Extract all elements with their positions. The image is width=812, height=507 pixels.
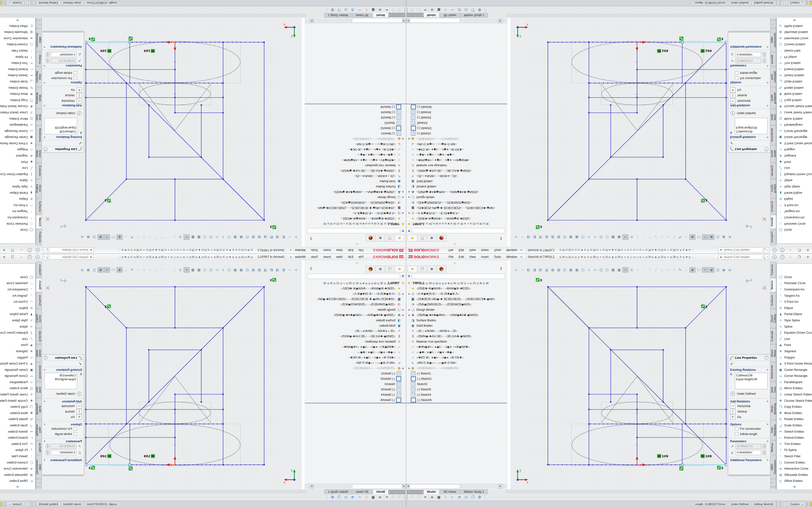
command-tab[interactable]: Surfaces (36, 199, 42, 214)
toolbar-icon[interactable]: Э (222, 249, 225, 251)
toolbar-icon[interactable]: ◎ (250, 256, 253, 258)
toolbar-drag-handle[interactable] (404, 495, 405, 499)
close-button[interactable]: ✕ (805, 248, 811, 252)
relation-item[interactable]: Collinear108 (736, 374, 766, 377)
tool-menu-item[interactable]: ◝ Centerpoint Arc (0, 214, 35, 221)
bottom-toolbar-icon[interactable]: ⇅ (443, 8, 448, 12)
tool-menu-item[interactable]: ↻ Rotate Entities (0, 85, 35, 91)
tree-item[interactable]: ▱ ○✚ИN◉Ж+○ ∗◉I○ ◦ ○I◉∗ ○+Ж◉NИ✚○ (305, 344, 406, 350)
panel-scrollbar[interactable]: ◀ ▶ (406, 484, 507, 489)
tag-icon[interactable] (0, 502, 3, 506)
section-options[interactable]: Options∧ (44, 81, 82, 84)
command-tab[interactable]: Evaluate (36, 328, 42, 344)
tree-item[interactable]: ▶ ◷ ○Λ Ж◉✚25◦Є○ ◦ ○Є◦25✚◉Ж Λ○ (305, 211, 406, 216)
toolbar-icon[interactable]: ЗЕ (136, 256, 140, 258)
toolbar-icon[interactable]: ○ (636, 256, 639, 258)
toolbar-icon[interactable]: ◎ (152, 256, 155, 258)
panel-expand-icon[interactable]: ❯ (310, 267, 312, 270)
toolbar-icon[interactable]: ◎ (176, 256, 179, 258)
tool-menu-item[interactable]: ≋ Intersection Curve (0, 465, 35, 472)
tool-menu-item[interactable]: ✥ Move Entities (0, 91, 35, 97)
toolbar-icon[interactable]: ЗЕ (593, 249, 596, 251)
tool-menu-item[interactable]: ⠿ Linear Sketch Pattern (0, 109, 35, 116)
command-tab[interactable]: Markup (36, 441, 42, 455)
tool-menu-item[interactable]: ╰ Fit Spline (0, 54, 35, 60)
tree-item[interactable]: (-) Sketch6 (406, 104, 507, 110)
toolbar-icon[interactable]: ◎ (559, 256, 562, 258)
document-tab[interactable]: Motion Study 1 (324, 489, 352, 494)
bottom-toolbar-icon[interactable]: ❂ (330, 495, 335, 499)
toolbar-icon[interactable]: … (118, 249, 120, 251)
command-tab[interactable]: Features (770, 262, 776, 278)
tree-item[interactable]: Sketch3 (305, 382, 406, 387)
command-tab[interactable]: Surfaces (770, 199, 776, 214)
relation-item[interactable]: Equal length109 (736, 377, 766, 381)
tool-menu-item[interactable]: ▭ Corner Rectangle (0, 128, 35, 134)
tree-item[interactable]: (-) Sketch6 (305, 397, 406, 403)
document-tab[interactable]: Motion Study 1 (460, 13, 488, 18)
tool-menu-item[interactable]: ◌ Perimeter Circle (777, 280, 812, 287)
tree-item[interactable]: (-) Sketch4 (305, 110, 406, 115)
tree-item[interactable]: ◔ ○25Ж◉25ИNЗЕ25○ ◦ ○25ЗЕNИ25◉Ж25○ (305, 302, 406, 307)
length-field[interactable]: 10.88152731 (51, 444, 77, 449)
tree-item[interactable]: ✎ ○25·∩∗ЖАМ○ ◦ ○МАЖ∗∩·25○ (406, 173, 507, 179)
tree-item[interactable]: Σ ○25ИN◉◦✚АU□ЗЕ○ ◦ ○ЗЕ□UА✚◦◉NИ25○ (406, 168, 507, 173)
tool-menu-item[interactable]: ◫ Mirror Entities (777, 116, 812, 122)
tool-menu-item[interactable]: ≋ Intersection Curve (777, 465, 812, 472)
user-account-icon[interactable]: ☺ (35, 248, 40, 252)
toolbar-icon[interactable]: ◎ (670, 249, 673, 251)
tree-item[interactable]: ≡ Material <not specified> (305, 163, 406, 168)
option-row[interactable]: For construction (44, 426, 82, 432)
tree-item[interactable]: ≡ Material <not specified> (406, 339, 507, 344)
toolbar-icon[interactable]: ◎ (651, 256, 654, 258)
toolbar-icon[interactable]: ◎ (620, 249, 623, 251)
tree-item[interactable]: ▶ ❏ Design Binder (305, 307, 406, 313)
minimize-button[interactable]: – (788, 248, 793, 252)
tool-menu-item[interactable]: ▪ Point (0, 159, 35, 165)
tool-menu-item[interactable]: ⊘ Ellipse (777, 196, 812, 202)
scroll-left-icon[interactable]: ◀ (402, 18, 406, 23)
bottom-toolbar-icon[interactable]: ▦ (436, 495, 442, 499)
pin-icon[interactable]: ➤ (519, 248, 523, 252)
section-additional-parameters[interactable]: Additional Parameters∨ (44, 458, 82, 462)
tool-menu-item[interactable]: # Segment (777, 153, 812, 159)
tree-item[interactable]: ≡ Material <not specified> (305, 339, 406, 344)
search-input[interactable] (723, 255, 762, 259)
document-tab[interactable]: 3D Views (440, 13, 460, 18)
restore-button[interactable]: ❐ (797, 255, 802, 259)
relations-list[interactable]: Collinear108Equal length109 (45, 373, 77, 389)
command-tab[interactable]: Sketch (36, 215, 42, 229)
tool-menu-item[interactable]: ⊢ Extend Entities (0, 435, 35, 441)
tree-item[interactable]: ◨ Surface Bodies (406, 184, 507, 189)
command-tab[interactable]: Mold Tools (36, 109, 42, 125)
checkbox[interactable] (74, 71, 77, 74)
tree-item[interactable]: (-) Sketch4 (305, 392, 406, 397)
filter-icon[interactable]: ▼ (402, 275, 404, 278)
command-tab[interactable]: Mold Tools (36, 382, 42, 398)
section-parameters[interactable]: Parameters∧ (44, 64, 82, 67)
document-tab[interactable]: 3D Views (352, 489, 372, 494)
tool-menu-item[interactable]: ❐ Copy Entities (777, 404, 812, 410)
more-tools-icon[interactable]: ≫ (0, 18, 35, 22)
section-add-relations[interactable]: Add Relations∧ (44, 104, 82, 107)
toolbar-icon[interactable]: ◎ (219, 256, 222, 258)
tree-item[interactable]: ▱ ○✚ИN◉Ж+○ ∗◉I○ ◦ ○I◉∗ ○+Ж◉NИ✚○ (406, 157, 507, 163)
tree-item[interactable]: ◔ ○25Ж◉25ИNЗЕ25○ ◦ ○25ЗЕNИ25◉Ж25○ (305, 200, 406, 205)
command-tab[interactable]: Weldments (770, 362, 776, 381)
toolbar-icon[interactable]: ◎ (201, 256, 204, 258)
tool-menu-item[interactable]: ◝ Centerpoint Arc (777, 214, 812, 221)
command-tab[interactable]: Data Migration (36, 420, 42, 440)
tool-menu-item[interactable]: # Segment (0, 153, 35, 159)
section-existing-relations[interactable]: Existing Relations∧ (730, 368, 768, 372)
bottom-toolbar-icon[interactable]: ≡ (377, 8, 383, 12)
bottom-toolbar-icon[interactable]: ❒ (409, 495, 414, 499)
toolbar-icon[interactable]: ЗЕ (673, 256, 676, 258)
toolbar-icon[interactable]: ◎ (639, 249, 642, 251)
rollback-bar[interactable] (406, 104, 507, 104)
toolbar-icon[interactable]: ○ (629, 249, 633, 251)
toolbar-icon[interactable]: 25 (660, 256, 664, 258)
tag-icon[interactable] (809, 502, 812, 506)
accept-button[interactable]: ✔ (728, 361, 770, 367)
accept-button[interactable]: ✔ (42, 140, 84, 146)
command-tab[interactable]: Direct Editing (770, 309, 776, 328)
